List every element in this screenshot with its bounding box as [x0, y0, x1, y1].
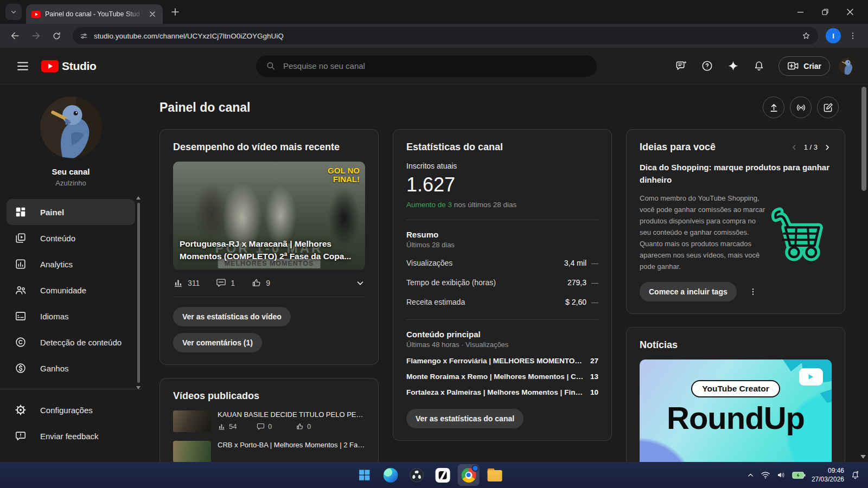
tab-close-button[interactable]	[148, 9, 157, 19]
card-title: Notícias	[640, 339, 832, 351]
feedback-chat-icon	[675, 60, 687, 72]
file-explorer-taskbar-icon[interactable]	[484, 464, 506, 486]
volume-tray-icon[interactable]	[776, 471, 786, 479]
browser-menu-button[interactable]	[844, 27, 861, 44]
edit-button[interactable]	[817, 97, 839, 118]
taskbar-clock[interactable]: 09:46 27/03/2026	[812, 466, 844, 484]
sidebar-item-deteccao-de-conteudo[interactable]: Detecção de conteúdo	[0, 329, 142, 355]
window-minimize-button[interactable]	[788, 0, 813, 24]
comments-count: 0	[268, 422, 272, 431]
sidebar-scrollbar[interactable]	[137, 203, 140, 383]
browser-tab-active[interactable]: Painel do canal - YouTube Stud	[26, 4, 163, 24]
bell-sleep-icon	[850, 470, 860, 480]
youtube-logo-icon	[41, 60, 59, 72]
chevron-right-icon[interactable]	[823, 143, 832, 152]
ideas-pager: 1 / 3	[790, 143, 832, 152]
sidebar-item-enviar-feedback[interactable]: Enviar feedback	[0, 423, 142, 449]
studio-logo[interactable]: Studio	[41, 60, 97, 73]
delta-rest: nos últimos 28 dias	[452, 201, 516, 209]
go-live-button[interactable]	[790, 97, 812, 118]
video-thumbnail[interactable]	[173, 410, 211, 432]
studio-header: Studio Criar	[0, 48, 868, 85]
sidebar-item-configuracoes[interactable]: Configurações	[0, 397, 142, 423]
subscribers-delta: Aumento de 3 nos últimos 28 dias	[406, 201, 598, 209]
top-video-views: 10	[590, 388, 598, 396]
menu-hamburger-button[interactable]	[12, 55, 34, 77]
help-button[interactable]	[696, 55, 718, 77]
kebab-menu-button[interactable]	[749, 287, 757, 296]
address-bar[interactable]: studio.youtube.com/channel/UCYxzICj7ltnO…	[73, 27, 818, 44]
top-video-row[interactable]: Monte Roraima x Remo | Melhores Momentos…	[406, 369, 598, 384]
edge-taskbar-icon[interactable]	[380, 464, 401, 486]
latest-video-thumbnail[interactable]: GOL NO FINAL! POR 1-0 MAR MELHORES MOMEN…	[173, 162, 365, 270]
chevron-left-icon[interactable]	[790, 143, 799, 152]
create-button-label: Criar	[803, 62, 821, 70]
channel-analytics-button[interactable]: Ver as estatísticas do canal	[406, 409, 524, 428]
search-input[interactable]	[283, 61, 592, 70]
chevron-down-icon	[355, 278, 365, 288]
sidebar-item-label: Conteúdo	[40, 234, 75, 243]
account-avatar[interactable]	[839, 57, 856, 75]
video-analytics-button[interactable]: Ver as estatísticas do vídeo	[173, 307, 291, 326]
forward-button[interactable]	[27, 27, 44, 44]
tab-search-button[interactable]	[5, 4, 22, 20]
published-video-row[interactable]: CRB x Porto-BA | Melhores Momentos | 2 F…	[173, 441, 365, 462]
sidebar-item-analytics[interactable]: Analytics	[0, 251, 142, 277]
window-close-button[interactable]	[838, 0, 863, 24]
expand-stats-button[interactable]	[355, 278, 365, 288]
capcut-taskbar-icon[interactable]	[432, 464, 454, 486]
news-banner[interactable]: YouTube Creator RoundUp	[640, 359, 832, 462]
summary-row[interactable]: Visualizações 3,4 mil —	[406, 253, 598, 273]
top-video-row[interactable]: Flamengo x Ferroviária | MELHORES MOMENT…	[406, 353, 598, 369]
create-button[interactable]: Criar	[778, 56, 830, 76]
new-tab-button[interactable]	[167, 4, 183, 20]
site-settings-icon[interactable]	[79, 31, 88, 41]
chevron-down-icon	[10, 8, 17, 16]
window-restore-button[interactable]	[813, 0, 838, 24]
card-title: Vídeos publicados	[173, 390, 365, 402]
subtitles-icon	[14, 310, 27, 322]
obs-taskbar-icon[interactable]	[406, 464, 427, 486]
chrome-taskbar-icon[interactable]	[458, 464, 480, 486]
reload-button[interactable]	[48, 27, 65, 44]
notification-center-icon[interactable]	[850, 470, 860, 480]
video-thumbnail[interactable]	[173, 441, 211, 462]
tray-show-hidden-icons[interactable]	[746, 471, 755, 479]
sidebar-item-comunidade[interactable]: Comunidade	[0, 277, 142, 303]
top-video-row[interactable]: Fortaleza x Palmeiras | Melhores Momento…	[406, 384, 598, 400]
send-feedback-button[interactable]	[670, 55, 692, 77]
wifi-tray-icon[interactable]	[761, 471, 770, 479]
gemini-sparkle-button[interactable]	[722, 55, 744, 77]
sidebar-item-label: Detecção de conteúdo	[40, 338, 122, 347]
metric-value: $ 2,60	[565, 298, 586, 306]
bar-chart-icon	[218, 422, 226, 431]
battery-tray-icon[interactable]	[792, 471, 806, 479]
sidebar-item-conteudo[interactable]: Conteúdo	[0, 225, 142, 251]
back-button[interactable]	[7, 27, 24, 44]
sidebar-scroll-down-arrow[interactable]	[136, 386, 141, 389]
summary-row[interactable]: Receita estimada $ 2,60 —	[406, 292, 598, 312]
channel-avatar[interactable]	[40, 97, 102, 158]
sidebar-item-ganhos[interactable]: Ganhos	[0, 355, 142, 381]
upload-videos-button[interactable]	[763, 97, 784, 118]
page-scroll-down-arrow[interactable]	[860, 455, 866, 459]
notifications-button[interactable]	[748, 55, 770, 77]
summary-row[interactable]: Tempo de exibição (horas) 279,3 —	[406, 273, 598, 292]
view-comments-button[interactable]: Ver comentários (1)	[173, 333, 262, 352]
sidebar-scroll-up-arrow[interactable]	[136, 196, 141, 200]
kebab-icon	[848, 31, 857, 40]
sidebar-item-painel[interactable]: Painel	[7, 199, 135, 225]
sidebar-item-idiomas[interactable]: Idiomas	[0, 303, 142, 329]
published-video-row[interactable]: KAUAN BASILE DECIDE TITULO PELO PEIXE! S…	[173, 410, 365, 432]
page-scrollbar-thumb[interactable]	[861, 87, 866, 191]
views-count: 311	[188, 279, 200, 287]
help-icon	[701, 60, 713, 72]
bookmark-star-icon[interactable]	[797, 27, 815, 44]
browser-profile-avatar[interactable]: I	[826, 28, 841, 43]
latest-video-title: Portuguesa-RJ x Maracanã | Melhores Mome…	[180, 237, 358, 263]
speaker-icon	[776, 471, 786, 479]
comments-stat: 1	[216, 278, 235, 288]
studio-search[interactable]	[256, 55, 597, 77]
start-button[interactable]	[354, 464, 375, 486]
start-tagging-button[interactable]: Comece a incluir tags	[640, 282, 737, 301]
